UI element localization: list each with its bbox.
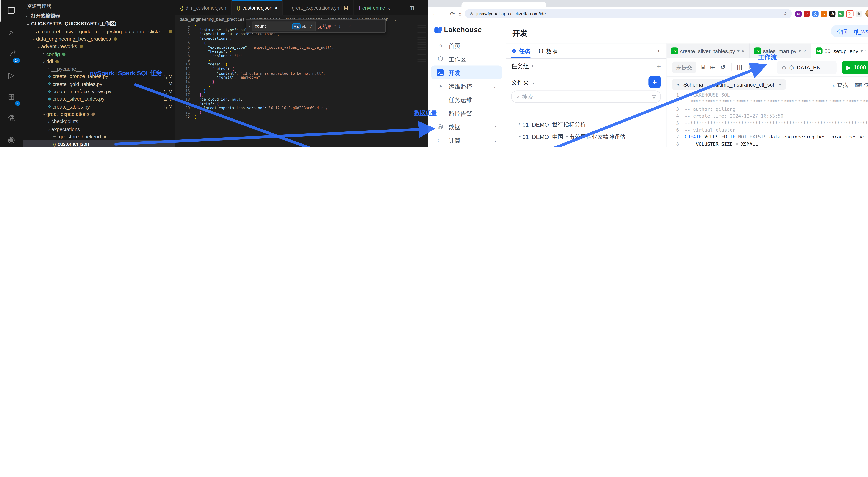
workflow-icon[interactable]: ☰ — [736, 64, 742, 71]
tab-close-icon[interactable]: × — [803, 48, 806, 53]
code-line[interactable]: 4 "expectations": [ — [175, 37, 428, 41]
code-line[interactable]: 5--*************************************… — [666, 120, 868, 127]
tree-file[interactable]: ❖create_interface_views.py1, M — [23, 88, 175, 95]
tree-file[interactable]: ❖create_silver_tables.py1, M — [23, 95, 175, 103]
list-search-icon[interactable]: ⌕ — [658, 48, 661, 54]
format-icon[interactable]: ⇤ — [710, 64, 715, 71]
nav-home[interactable]: ⌂首页 — [431, 38, 502, 52]
schema-selector[interactable]: ⌁ Schema realtime_insurance_etl_sch ▾ — [672, 79, 785, 90]
browser-avatar[interactable] — [865, 10, 868, 17]
code-line[interactable]: 22} — [175, 115, 428, 120]
edit-circle-icon[interactable]: ✎ — [757, 64, 763, 71]
code-line[interactable]: 18 "ge_cloud_id": null, — [175, 98, 428, 102]
shortcut-button[interactable]: ⌨ 快捷键 — [855, 81, 868, 89]
code-line[interactable]: 20 "great_expectations_version": "0.17.1… — [175, 107, 428, 111]
dark-extension-icon[interactable]: ◎ — [829, 10, 836, 17]
nav-data[interactable]: ⛁数据› — [431, 120, 502, 133]
find-close-icon[interactable]: × — [348, 23, 351, 29]
workspace-switcher[interactable]: 空间 ql_ws ⌄ — [831, 25, 868, 37]
folder-item[interactable]: ▸01_DEMO_世行指标分析 — [505, 118, 666, 130]
editor-tab[interactable]: !environme⌄ — [353, 0, 397, 15]
tab-menu-icon[interactable]: ▾ — [737, 48, 740, 53]
find-input[interactable]: count Aa ab .* — [252, 21, 316, 31]
run-button[interactable]: ▶1000 ⌄ — [842, 61, 868, 74]
tab-tasks[interactable]: ❖任务 — [511, 43, 531, 58]
redirect-extension-icon[interactable]: ↗ — [804, 10, 810, 17]
minimap[interactable] — [417, 24, 426, 64]
code-line[interactable]: 2--*************************************… — [666, 98, 868, 106]
search-icon[interactable]: ⌕ — [0, 22, 23, 43]
tree-folder[interactable]: ⌄ddl — [23, 58, 175, 65]
tab-close-icon[interactable]: × — [275, 5, 277, 10]
bookmark-star-icon[interactable]: ☆ — [783, 11, 787, 16]
save-icon[interactable]: ⌸ — [701, 64, 705, 71]
filter-icon[interactable]: ∇ — [652, 94, 656, 100]
code-line[interactable]: 16 } — [175, 89, 428, 93]
find-expand-icon[interactable]: › — [249, 23, 250, 29]
lakehouse-logo[interactable]: Lakehouse — [428, 20, 505, 38]
code-line[interactable]: 1-- LAKEHOUSE SQL — [666, 92, 868, 98]
nav-develop[interactable]: >_开发 — [431, 65, 502, 79]
url-bar[interactable]: ⊜ jnsxwfyr.uat-app.clickzetta.com/ide ☆ — [465, 9, 792, 18]
onenote-extension-icon[interactable]: N — [795, 10, 802, 17]
nav-compute[interactable]: ≔计算› — [431, 133, 502, 147]
tree-folder[interactable]: ⌄adventureworks — [23, 43, 175, 50]
site-settings-icon[interactable]: ⊜ — [470, 11, 473, 16]
find-next-icon[interactable]: ↓ — [339, 23, 341, 29]
code-line[interactable]: 15 } — [175, 85, 428, 89]
tab-menu-icon[interactable]: ▾ — [799, 48, 801, 53]
tree-file[interactable]: {}customer.json — [23, 140, 175, 147]
match-case-toggle[interactable]: Aa — [292, 24, 300, 29]
editor-tab[interactable]: !great_expectations.ymlM — [283, 0, 354, 15]
nav-workspace[interactable]: ⬡工作区 — [431, 52, 502, 65]
folder-row[interactable]: 文件夹 ⌄ + — [505, 73, 666, 90]
vcluster-selector[interactable]: ⊙ ⬡ DATA_EN… ⌄ — [777, 61, 837, 74]
tree-file[interactable]: ≡.ge_store_backend_id — [23, 133, 175, 140]
folder-item[interactable]: ▸01_DEMO_中国上市公司企业家精神评估 — [505, 130, 666, 143]
code-line[interactable]: 8 "column": "id" — [175, 54, 428, 59]
history-icon[interactable]: ↺ — [720, 64, 726, 71]
source-control-icon[interactable]: ⎇24 — [0, 43, 23, 64]
code-line[interactable]: 6-- virtual cluster — [666, 127, 868, 133]
wappalyzer-extension-icon[interactable]: W — [838, 10, 844, 17]
tree-folder[interactable]: ⌄expectations — [23, 125, 175, 133]
pin-extension-icon[interactable]: ♡ — [846, 10, 854, 17]
breadcrumb-item[interactable]: … — [393, 17, 398, 22]
split-editor-icon[interactable]: ◫ — [409, 5, 414, 10]
tree-folder[interactable]: ›checkpoints — [23, 118, 175, 125]
open-editors-section[interactable]: › 打开的编辑器 — [23, 11, 175, 19]
task-group-row[interactable]: 任务组 › + — [505, 59, 666, 73]
swagger-extension-icon[interactable]: S — [821, 10, 827, 17]
code-line[interactable]: 7CREATE VCLUSTER IF NOT EXISTS data_engi… — [666, 133, 868, 141]
code-line[interactable]: 3-- author: qiliang — [666, 106, 868, 113]
tree-folder[interactable]: ⌄data_engineering_best_practices — [23, 35, 175, 43]
editor-tab[interactable]: {}customer.json× — [232, 0, 283, 15]
add-task-group-icon[interactable]: + — [657, 62, 661, 70]
code-line[interactable]: 5 { — [175, 41, 428, 46]
extensions-icon[interactable]: ⊞4 — [0, 86, 23, 108]
forward-icon[interactable]: → — [441, 10, 447, 17]
nav-ops-monitor[interactable]: ◔运维监控⌄ — [431, 79, 502, 93]
code-line[interactable]: 11 "notes": { — [175, 67, 428, 71]
find-prev-icon[interactable]: ↑ — [334, 23, 336, 29]
code-line[interactable]: 21 } — [175, 111, 428, 115]
publish-icon[interactable]: ↥ — [747, 64, 752, 71]
tree-folder[interactable]: ⌄great_expectations — [23, 110, 175, 118]
back-icon[interactable]: ← — [432, 10, 438, 17]
tab-data[interactable]: ⛁数据 — [538, 43, 558, 58]
code-line[interactable]: 8 VCLUSTER_SIZE = XSMALL — [666, 141, 868, 147]
workspace-root[interactable]: ⌄ CLICKZETTA_QUICKSTART (工作区) — [23, 19, 175, 28]
regex-toggle[interactable]: .* — [309, 24, 313, 29]
breadcrumb-item[interactable]: data_engineering_best_practices — [180, 17, 245, 22]
code-line[interactable]: 4-- create time: 2024-12-27 16:53:50 — [666, 113, 868, 120]
tree-file[interactable]: ❖create_gold_tables.pyM — [23, 80, 175, 88]
explorer-more-icon[interactable]: ··· — [164, 3, 170, 8]
browser-tab[interactable] — [461, 2, 546, 7]
find-in-selection-icon[interactable]: ≡ — [343, 23, 346, 29]
tab-close-icon[interactable]: × — [742, 48, 744, 53]
reload-icon[interactable]: ⟳ — [450, 10, 455, 17]
folder-item[interactable]: ▸01_FDD — [505, 143, 666, 147]
editor-tab[interactable]: Sq00_setup_env▾› — [811, 43, 868, 58]
editor-tab[interactable]: Pycreate_silver_tables.py▾× — [666, 43, 749, 58]
file-search-input[interactable]: ⌕ 搜索 ∇ — [511, 90, 661, 103]
